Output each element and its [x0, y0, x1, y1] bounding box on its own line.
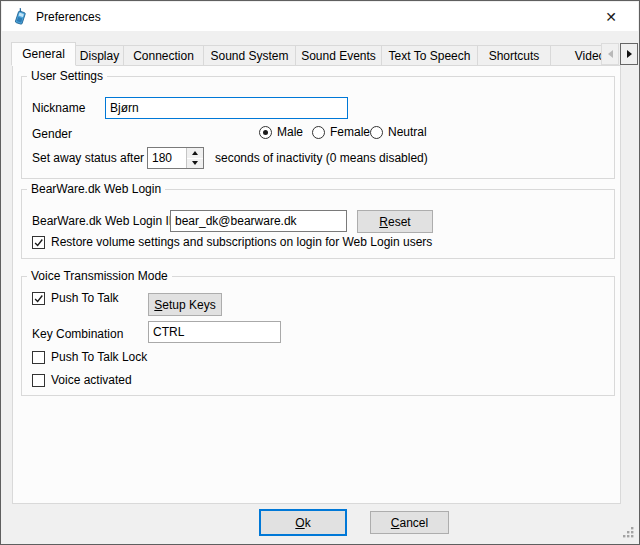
tab-sound-events[interactable]: Sound Events — [295, 45, 382, 66]
spinner-down-icon[interactable] — [187, 159, 203, 169]
close-icon[interactable]: ✕ — [592, 2, 630, 31]
tab-shortcuts[interactable]: Shortcuts — [477, 45, 551, 66]
resize-grip[interactable] — [621, 525, 634, 538]
tab-video[interactable]: Video — [550, 45, 603, 66]
gender-label: Gender — [32, 127, 72, 141]
restore-volume-checkbox[interactable] — [32, 236, 45, 249]
key-combination-input[interactable] — [148, 321, 281, 343]
web-login-id-input[interactable] — [170, 210, 347, 232]
away-status-label: Set away status after — [32, 151, 144, 165]
away-seconds-input[interactable] — [148, 148, 186, 168]
reset-button[interactable]: Reset — [357, 210, 433, 233]
push-to-talk-checkbox-row[interactable]: Push To Talk — [32, 291, 119, 305]
setup-keys-button[interactable]: Setup Keys — [148, 293, 222, 316]
radio-neutral-circle[interactable] — [370, 126, 383, 139]
tab-display[interactable]: Display — [75, 45, 124, 66]
group-user-settings-title: User Settings — [27, 69, 107, 83]
teamtalk-app-icon — [12, 8, 29, 25]
radio-female-label: Female — [330, 125, 370, 139]
group-user-settings: User Settings Nickname Gender Male Femal… — [21, 76, 615, 179]
ok-button[interactable]: Ok — [259, 509, 347, 536]
away-seconds-spinner[interactable] — [147, 147, 204, 169]
ptt-lock-label: Push To Talk Lock — [51, 350, 147, 364]
key-combination-label: Key Combination — [32, 327, 123, 341]
radio-neutral[interactable]: Neutral — [370, 125, 427, 139]
cancel-button[interactable]: Cancel — [370, 511, 449, 534]
general-tab-pane: User Settings Nickname Gender Male Femal… — [12, 65, 621, 504]
restore-volume-checkbox-row[interactable]: Restore volume settings and subscription… — [32, 235, 432, 249]
nickname-label: Nickname — [32, 101, 85, 115]
ptt-lock-checkbox-row[interactable]: Push To Talk Lock — [32, 350, 147, 364]
group-web-login: BearWare.dk Web Login BearWare.dk Web Lo… — [21, 189, 615, 259]
tab-scroll-left-icon[interactable] — [601, 43, 619, 65]
away-status-suffix-label: seconds of inactivity (0 means disabled) — [215, 151, 428, 165]
radio-neutral-label: Neutral — [388, 125, 427, 139]
tab-connection[interactable]: Connection — [123, 45, 204, 66]
voice-activated-checkbox-row[interactable]: Voice activated — [32, 373, 132, 387]
push-to-talk-checkbox[interactable] — [32, 292, 45, 305]
preferences-dialog: Preferences ✕ General Display Connection… — [0, 0, 640, 545]
radio-female[interactable]: Female — [312, 125, 370, 139]
window-title: Preferences — [36, 10, 101, 24]
tab-scroll-right-icon[interactable] — [620, 43, 638, 65]
radio-male[interactable]: Male — [259, 125, 303, 139]
group-voice-transmission: Voice Transmission Mode Push To Talk Set… — [21, 276, 615, 396]
group-voice-transmission-title: Voice Transmission Mode — [27, 269, 172, 283]
nickname-input[interactable] — [105, 97, 348, 119]
titlebar[interactable]: Preferences ✕ — [2, 2, 638, 31]
radio-female-circle[interactable] — [312, 126, 325, 139]
tab-sound-system[interactable]: Sound System — [203, 45, 296, 66]
push-to-talk-label: Push To Talk — [51, 291, 119, 305]
voice-activated-checkbox[interactable] — [32, 374, 45, 387]
spinner-up-icon[interactable] — [187, 148, 203, 159]
radio-male-label: Male — [277, 125, 303, 139]
tab-text-to-speech[interactable]: Text To Speech — [381, 45, 478, 66]
restore-volume-label: Restore volume settings and subscription… — [51, 235, 432, 249]
radio-male-circle[interactable] — [259, 126, 272, 139]
voice-activated-label: Voice activated — [51, 373, 132, 387]
group-web-login-title: BearWare.dk Web Login — [27, 182, 165, 196]
tab-general[interactable]: General — [11, 42, 76, 66]
tab-bar: General Display Connection Sound System … — [11, 42, 603, 66]
web-login-id-label: BearWare.dk Web Login ID — [32, 214, 177, 228]
ptt-lock-checkbox[interactable] — [32, 351, 45, 364]
